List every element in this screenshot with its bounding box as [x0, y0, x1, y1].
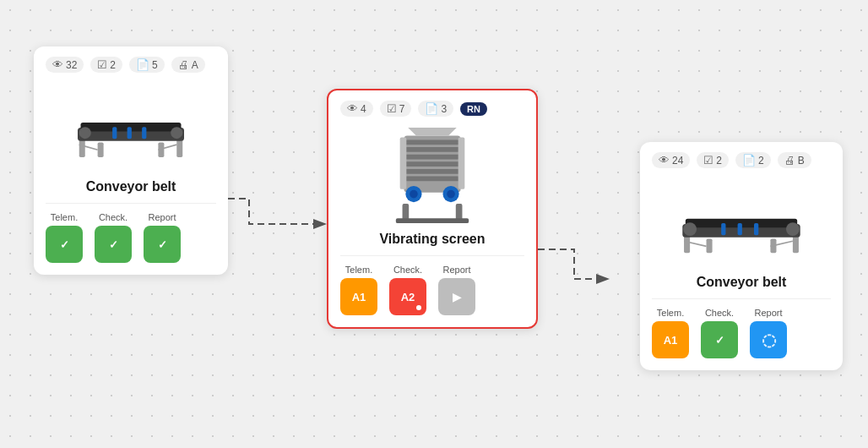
- badge-left-printer: 🖨 A: [171, 57, 205, 73]
- svg-rect-0: [79, 139, 85, 157]
- btn-left-telem[interactable]: ✓: [46, 226, 83, 263]
- svg-point-7: [171, 127, 182, 139]
- btn-left-check[interactable]: ✓: [95, 226, 132, 263]
- btn-center-check-dot: [415, 303, 423, 312]
- badge-left-docs: 📄 5: [129, 57, 165, 73]
- card-center: 👁 4 ☑ 7 📄 3 RN: [327, 89, 538, 329]
- svg-point-6: [79, 127, 91, 139]
- btn-group-center-report: Report ▶: [438, 265, 475, 315]
- btn-group-left-telem: Telem. ✓: [46, 212, 83, 263]
- btn-group-center-telem: Telem. A1: [340, 265, 377, 315]
- connector-left-center: [228, 199, 323, 224]
- svg-point-37: [786, 222, 800, 236]
- btn-group-center-check: Check. A2: [389, 265, 426, 315]
- card-center-header: 👁 4 ☑ 7 📄 3 RN: [340, 101, 524, 117]
- badge-left-views: 👁 32: [46, 57, 84, 73]
- doc-icon-center: 📄: [425, 102, 438, 115]
- btn-right-telem[interactable]: A1: [652, 321, 689, 358]
- label-right-report: Report: [754, 308, 782, 318]
- btn-left-report-text: ✓: [158, 238, 167, 251]
- btn-right-check-text: ✓: [715, 334, 724, 347]
- btn-left-report[interactable]: ✓: [144, 226, 181, 263]
- btn-group-right-report: Report ◌: [750, 308, 787, 358]
- btn-center-report-text: ▶: [453, 291, 461, 303]
- label-center-report: Report: [442, 265, 470, 275]
- badge-center-avatar: RN: [460, 102, 487, 116]
- svg-point-25: [447, 189, 455, 198]
- btn-left-check-text: ✓: [109, 238, 118, 251]
- svg-rect-17: [405, 161, 458, 167]
- badge-left-view-count: 32: [66, 59, 77, 71]
- badge-center-check-count: 7: [399, 103, 405, 115]
- svg-point-36: [683, 222, 697, 236]
- badge-center-docs: 📄 3: [418, 101, 453, 117]
- svg-rect-15: [405, 147, 458, 152]
- badge-left-check-count: 2: [110, 59, 116, 71]
- card-right-header: 👁 24 ☑ 2 📄 2 🖨 B: [652, 152, 831, 168]
- btn-group-right-telem: Telem. A1: [652, 308, 689, 358]
- btn-group-right-check: Check. ✓: [701, 308, 738, 358]
- svg-rect-16: [405, 154, 458, 159]
- badge-right-doc-count: 2: [758, 155, 764, 167]
- label-left-telem: Telem.: [51, 212, 78, 222]
- card-center-divider: [340, 255, 524, 256]
- svg-rect-1: [176, 139, 182, 157]
- svg-rect-9: [127, 127, 132, 139]
- card-center-title: Vibrating screen: [379, 232, 485, 247]
- svg-point-23: [410, 189, 418, 198]
- card-right-title: Conveyor belt: [697, 275, 787, 290]
- card-center-buttons: Telem. A1 Check. A2 Report ▶: [340, 265, 524, 315]
- card-left-divider: [46, 203, 216, 204]
- eye-icon-center: 👁: [347, 102, 358, 115]
- svg-rect-38: [721, 223, 725, 235]
- printer-icon-left: 🖨: [178, 58, 189, 71]
- label-left-report: Report: [148, 212, 176, 222]
- badge-center-doc-count: 3: [441, 103, 447, 115]
- card-right: 👁 24 ☑ 2 📄 2 🖨 B: [640, 142, 843, 370]
- doc-icon-left: 📄: [136, 58, 149, 71]
- badge-left-printer-val: A: [192, 59, 198, 71]
- badge-right-printer: 🖨 B: [778, 152, 811, 168]
- svg-rect-10: [142, 127, 146, 139]
- eye-icon-right: 👁: [659, 154, 670, 167]
- btn-group-left-check: Check. ✓: [95, 212, 132, 263]
- card-left-header: 👁 32 ☑ 2 📄 5 🖨 A: [46, 57, 216, 73]
- check-icon-right: ☑: [703, 154, 713, 167]
- svg-rect-40: [754, 223, 758, 235]
- vibrating-screen-illustration: [377, 128, 487, 225]
- label-center-telem: Telem.: [345, 265, 372, 275]
- svg-rect-31: [793, 235, 799, 253]
- badge-right-docs: 📄 2: [735, 152, 771, 168]
- btn-center-telem[interactable]: A1: [340, 278, 377, 315]
- btn-center-check[interactable]: A2: [389, 278, 426, 315]
- badge-right-check-count: 2: [716, 155, 722, 167]
- btn-right-check[interactable]: ✓: [701, 321, 738, 358]
- card-right-divider: [652, 298, 831, 299]
- badge-center-view-count: 4: [361, 103, 366, 115]
- svg-rect-39: [738, 223, 742, 235]
- conveyor-illustration-left: [72, 94, 190, 161]
- card-right-buttons: Telem. A1 Check. ✓ Report ◌: [652, 308, 831, 358]
- label-center-check: Check.: [393, 265, 422, 275]
- check-icon-left: ☑: [97, 58, 107, 71]
- btn-center-check-text: A2: [401, 291, 415, 303]
- check-icon-center: ☑: [387, 102, 397, 115]
- card-right-image: [652, 177, 831, 270]
- btn-group-left-report: Report ✓: [144, 212, 181, 263]
- badge-left-checks: ☑ 2: [90, 57, 122, 73]
- card-left: 👁 32 ☑ 2 📄 5 🖨 A: [34, 46, 228, 275]
- doc-icon-right: 📄: [742, 154, 756, 167]
- btn-center-report[interactable]: ▶: [438, 278, 475, 315]
- btn-right-telem-text: A1: [664, 334, 678, 347]
- card-left-buttons: Telem. ✓ Check. ✓ Report ✓: [46, 212, 216, 263]
- badge-center-views: 👁 4: [340, 101, 373, 117]
- conveyor-illustration-right: [678, 192, 805, 255]
- label-right-check: Check.: [705, 308, 734, 318]
- svg-rect-32: [707, 238, 713, 253]
- card-left-title: Conveyor belt: [86, 179, 176, 194]
- badge-center-checks: ☑ 7: [380, 101, 412, 117]
- btn-center-telem-text: A1: [352, 291, 366, 303]
- btn-right-report[interactable]: ◌: [750, 321, 787, 358]
- label-left-check: Check.: [99, 212, 127, 222]
- svg-rect-28: [396, 218, 469, 223]
